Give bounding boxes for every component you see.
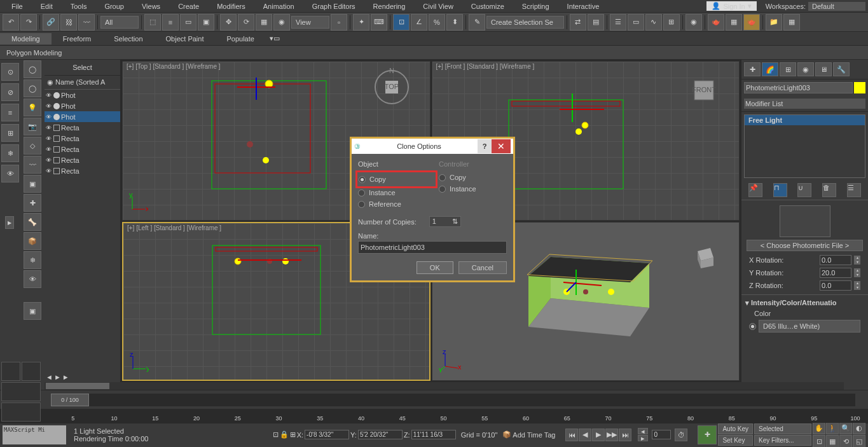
display-lights-icon[interactable]: 💡 [24,99,41,116]
selection-set-dropdown[interactable]: Create Selection Se [486,16,564,29]
time-tag-icon[interactable]: 📦 [502,430,511,439]
angle-snap-button[interactable]: ∠ [411,14,427,31]
choose-photometric-button[interactable]: < Choose Photometric File > [747,240,863,251]
snap-toggle-button[interactable]: ⊡ [393,14,410,31]
instance-radio[interactable] [358,189,365,196]
menu-group[interactable]: Group [95,1,133,11]
configure-sets-icon[interactable]: ☰ [847,183,861,197]
menu-civil-view[interactable]: Civil View [414,1,462,11]
sub-ribbon-label[interactable]: Polygon Modeling [6,49,62,57]
material-editor-button[interactable]: ◉ [685,14,702,31]
menu-edit[interactable]: Edit [32,1,62,11]
display-frozen2-icon[interactable]: ❄ [24,251,41,269]
select-columns[interactable]: ◉ Name (Sorted A [45,76,120,90]
hierarchy-tab-icon[interactable]: ⊞ [780,62,796,76]
z-coord-input[interactable] [411,430,456,439]
schematic-view-button[interactable]: ⊞ [663,14,680,31]
select-none-icon[interactable]: ⊘ [1,83,19,101]
layout-preset-2[interactable] [22,362,41,381]
visibility-icon[interactable]: 👁 [46,135,52,142]
ribbon-expand-icon[interactable]: ▾▭ [270,34,280,43]
cancel-button[interactable]: Cancel [458,261,507,274]
visibility-icon[interactable]: 👁 [46,146,52,153]
auto-key-button[interactable]: Auto Key [718,423,753,434]
spin-down-icon[interactable]: ▾ [854,260,860,265]
spinner-snap-button[interactable]: ⬍ [446,14,463,31]
render-frame-button[interactable]: ▦ [726,14,742,31]
outliner-row[interactable]: 👁Phot [45,111,120,122]
manipulate-button[interactable]: ✦ [353,14,369,31]
motion-tab-icon[interactable]: ◉ [797,62,814,76]
pivot-button[interactable]: ▫ [331,14,347,31]
menu-views[interactable]: Views [133,1,169,11]
zoom-icon[interactable]: 🔍 [839,422,852,434]
tab-object-paint[interactable]: Object Paint [155,33,216,45]
modifier-stack-item[interactable]: Free Light [745,115,865,125]
object-name-input[interactable] [744,82,853,93]
tab-populate[interactable]: Populate [215,33,265,45]
instance-radio-row[interactable]: Instance [358,187,426,198]
goto-start-icon[interactable]: ⏮ [565,429,578,441]
key-filters-selected-dropdown[interactable]: Selected [754,423,811,434]
viewcube-front[interactable]: FRONT [688,74,720,106]
menu-create[interactable]: Create [169,1,208,11]
lock-selection-icon[interactable]: 🔒 [280,430,289,439]
spin-up-icon[interactable]: ▴ [854,268,860,273]
layer-explorer-button[interactable]: ☰ [610,14,626,31]
redo-button[interactable]: ↷ [20,14,37,31]
key-filters-button[interactable]: Key Filters... [754,435,811,446]
display-frozen-icon[interactable]: ❄ [1,144,19,162]
intensity-rollout-header[interactable]: ▾ Intensity/Color/Attenuatio [744,298,865,308]
abs-rel-icon[interactable]: ⊞ [290,430,296,439]
ref-coord-dropdown[interactable]: View [291,16,329,29]
isolate-toggle-icon[interactable]: ⊡ [273,430,279,439]
undo-button[interactable]: ↶ [3,14,19,31]
walk-through-icon[interactable]: 🚶 [826,422,839,434]
placement-button[interactable]: ◉ [273,14,290,31]
remove-modifier-icon[interactable]: 🗑 [822,183,836,197]
keyboard-shortcut-button[interactable]: ⌨ [371,14,387,31]
color-preset-dropdown[interactable]: D65 Illu…e White) [759,320,860,333]
menu-file[interactable]: File [3,1,32,11]
display-tab-icon[interactable]: 🖥 [815,62,832,76]
mirror-button[interactable]: ⇄ [570,14,586,31]
orbit-icon[interactable]: ⟲ [839,435,852,447]
menu-tools[interactable]: Tools [62,1,96,11]
reference-radio-row[interactable]: Reference [358,198,426,210]
modifier-list-dropdown[interactable]: Modifier List [744,99,865,109]
display-bone-icon[interactable]: 🦴 [24,213,41,231]
expand-panel-icon[interactable]: ▶ [5,216,14,229]
rotate-button[interactable]: ⟳ [238,14,254,31]
scroll-right2-icon[interactable]: ► [62,373,69,381]
z-rotation-input[interactable] [820,280,851,291]
timeline-ruler[interactable]: ∿ 05101520253035404550556065707580859095… [0,409,868,423]
ok-button[interactable]: OK [417,261,453,274]
outliner-row[interactable]: 👁Phot [45,90,120,100]
display-xrefs-icon[interactable]: ✚ [24,194,41,212]
zoom-extents-icon[interactable]: ⊡ [813,435,825,447]
create-tab-icon[interactable]: ✚ [744,62,761,76]
dialog-help-button[interactable]: ? [478,139,492,153]
y-coord-input[interactable] [358,430,403,439]
spin-down-icon[interactable]: ▾ [854,285,860,290]
menu-scripting[interactable]: Scripting [513,1,558,11]
move-button[interactable]: ✥ [220,14,237,31]
menu-rendering[interactable]: Rendering [364,1,415,11]
make-unique-icon[interactable]: ∪ [797,183,811,197]
select-all-icon[interactable]: ⊙ [1,63,19,81]
edit-selection-set-button[interactable]: ✎ [469,14,485,31]
tab-freeform[interactable]: Freeform [52,33,103,45]
select-region-button[interactable]: ▭ [180,14,196,31]
current-frame-input[interactable] [652,430,671,439]
outliner-row[interactable]: 👁Recta [45,133,120,144]
spin-up-icon[interactable]: ▴ [854,281,860,285]
time-slider[interactable]: 0 / 100 [51,394,855,406]
percent-snap-button[interactable]: % [429,14,445,31]
pan-view-icon[interactable]: ✋ [813,422,825,434]
spin-up-icon[interactable]: ▴ [854,256,860,260]
state-sets-button[interactable]: ▦ [783,14,800,31]
lock-icon[interactable]: ▣ [24,302,41,320]
maxscript-listener[interactable]: MAXScript Mi [3,425,66,444]
outliner-row[interactable]: 👁Phot [45,100,120,111]
tab-selection[interactable]: Selection [102,33,154,45]
